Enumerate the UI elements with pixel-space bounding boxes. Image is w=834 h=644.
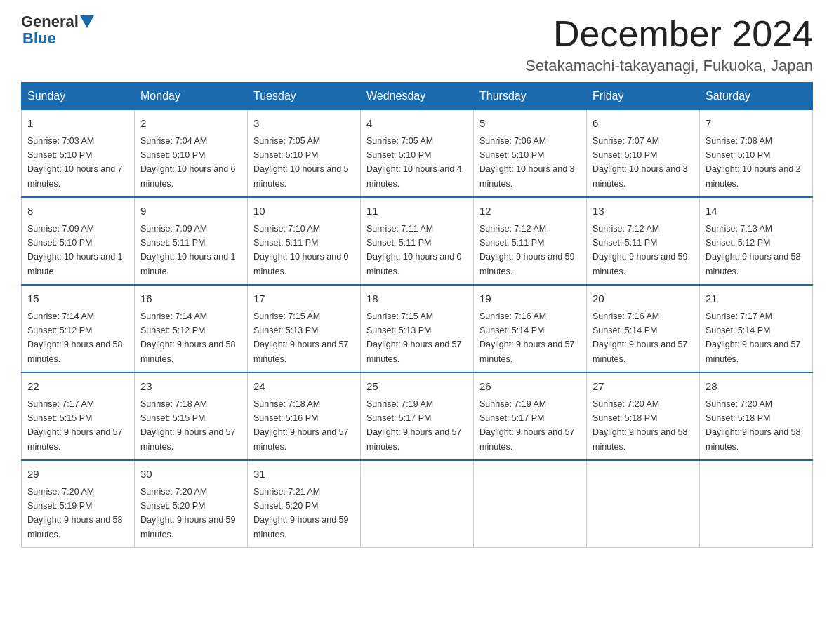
day-number: 3 <box>253 116 355 132</box>
day-number: 12 <box>479 203 581 220</box>
calendar-day-cell: 3 Sunrise: 7:05 AMSunset: 5:10 PMDayligh… <box>248 110 361 198</box>
day-number: 8 <box>27 203 128 220</box>
calendar-day-cell: 19 Sunrise: 7:16 AMSunset: 5:14 PMDaylig… <box>474 285 587 373</box>
day-number: 27 <box>593 379 694 395</box>
calendar-day-cell: 24 Sunrise: 7:18 AMSunset: 5:16 PMDaylig… <box>248 373 361 460</box>
calendar-day-cell: 10 Sunrise: 7:10 AMSunset: 5:11 PMDaylig… <box>248 197 361 285</box>
calendar-day-cell: 25 Sunrise: 7:19 AMSunset: 5:17 PMDaylig… <box>361 373 474 460</box>
calendar-day-cell <box>361 460 474 548</box>
day-info: Sunrise: 7:17 AMSunset: 5:15 PMDaylight:… <box>27 399 123 452</box>
calendar-day-cell: 31 Sunrise: 7:21 AMSunset: 5:20 PMDaylig… <box>248 460 361 548</box>
title-area: December 2024 Setakamachi-takayanagi, Fu… <box>525 14 813 75</box>
day-info: Sunrise: 7:05 AMSunset: 5:10 PMDaylight:… <box>366 136 462 189</box>
day-info: Sunrise: 7:11 AMSunset: 5:11 PMDaylight:… <box>366 224 462 276</box>
day-of-week-header: Wednesday <box>361 83 474 110</box>
day-info: Sunrise: 7:20 AMSunset: 5:18 PMDaylight:… <box>706 399 801 452</box>
day-number: 25 <box>366 379 468 395</box>
day-number: 22 <box>27 379 128 395</box>
day-number: 17 <box>253 291 355 307</box>
calendar-day-cell: 14 Sunrise: 7:13 AMSunset: 5:12 PMDaylig… <box>700 197 813 285</box>
day-info: Sunrise: 7:17 AMSunset: 5:14 PMDaylight:… <box>706 311 801 364</box>
calendar-day-cell: 12 Sunrise: 7:12 AMSunset: 5:11 PMDaylig… <box>474 197 587 285</box>
calendar-day-cell <box>587 460 700 548</box>
day-info: Sunrise: 7:21 AMSunset: 5:20 PMDaylight:… <box>253 487 349 539</box>
day-number: 29 <box>27 467 128 483</box>
day-info: Sunrise: 7:20 AMSunset: 5:20 PMDaylight:… <box>140 487 236 539</box>
calendar-week-row: 1 Sunrise: 7:03 AMSunset: 5:10 PMDayligh… <box>22 110 813 198</box>
day-number: 15 <box>27 291 128 307</box>
calendar-day-cell: 27 Sunrise: 7:20 AMSunset: 5:18 PMDaylig… <box>587 373 700 460</box>
month-title: December 2024 <box>525 14 813 54</box>
day-info: Sunrise: 7:04 AMSunset: 5:10 PMDaylight:… <box>140 136 236 189</box>
day-number: 14 <box>706 203 807 220</box>
day-number: 13 <box>593 203 694 220</box>
day-of-week-header: Monday <box>135 83 248 110</box>
day-number: 5 <box>479 116 581 132</box>
day-info: Sunrise: 7:20 AMSunset: 5:18 PMDaylight:… <box>593 399 688 452</box>
calendar-day-cell: 29 Sunrise: 7:20 AMSunset: 5:19 PMDaylig… <box>22 460 135 548</box>
day-info: Sunrise: 7:12 AMSunset: 5:11 PMDaylight:… <box>593 224 688 276</box>
calendar-day-cell: 1 Sunrise: 7:03 AMSunset: 5:10 PMDayligh… <box>22 110 135 198</box>
day-number: 19 <box>479 291 581 307</box>
day-info: Sunrise: 7:18 AMSunset: 5:16 PMDaylight:… <box>253 399 349 452</box>
day-number: 18 <box>366 291 468 307</box>
calendar-day-cell <box>474 460 587 548</box>
calendar-day-cell: 26 Sunrise: 7:19 AMSunset: 5:17 PMDaylig… <box>474 373 587 460</box>
calendar-day-cell: 23 Sunrise: 7:18 AMSunset: 5:15 PMDaylig… <box>135 373 248 460</box>
logo-blue-text: Blue <box>22 29 56 47</box>
day-of-week-header: Saturday <box>700 83 813 110</box>
day-info: Sunrise: 7:05 AMSunset: 5:10 PMDaylight:… <box>253 136 349 189</box>
logo-general-text: General <box>21 14 79 29</box>
calendar-day-cell: 28 Sunrise: 7:20 AMSunset: 5:18 PMDaylig… <box>700 373 813 460</box>
page-header: General Blue December 2024 Setakamachi-t… <box>21 14 813 75</box>
calendar-day-cell: 30 Sunrise: 7:20 AMSunset: 5:20 PMDaylig… <box>135 460 248 548</box>
calendar-day-cell: 20 Sunrise: 7:16 AMSunset: 5:14 PMDaylig… <box>587 285 700 373</box>
days-header-row: SundayMondayTuesdayWednesdayThursdayFrid… <box>22 83 813 110</box>
day-number: 21 <box>706 291 807 307</box>
day-number: 30 <box>140 467 241 483</box>
day-number: 31 <box>253 467 355 483</box>
day-info: Sunrise: 7:16 AMSunset: 5:14 PMDaylight:… <box>479 311 575 364</box>
day-number: 7 <box>706 116 807 132</box>
calendar-day-cell: 6 Sunrise: 7:07 AMSunset: 5:10 PMDayligh… <box>587 110 700 198</box>
logo-triangle-icon <box>80 15 94 28</box>
day-info: Sunrise: 7:20 AMSunset: 5:19 PMDaylight:… <box>27 487 123 539</box>
day-info: Sunrise: 7:12 AMSunset: 5:11 PMDaylight:… <box>479 224 575 276</box>
calendar-day-cell: 21 Sunrise: 7:17 AMSunset: 5:14 PMDaylig… <box>700 285 813 373</box>
calendar-week-row: 29 Sunrise: 7:20 AMSunset: 5:19 PMDaylig… <box>22 460 813 548</box>
day-info: Sunrise: 7:14 AMSunset: 5:12 PMDaylight:… <box>27 311 123 364</box>
calendar-day-cell: 18 Sunrise: 7:15 AMSunset: 5:13 PMDaylig… <box>361 285 474 373</box>
calendar-day-cell <box>700 460 813 548</box>
day-number: 9 <box>140 203 241 220</box>
day-number: 6 <box>593 116 694 132</box>
location-subtitle: Setakamachi-takayanagi, Fukuoka, Japan <box>525 57 813 75</box>
day-info: Sunrise: 7:10 AMSunset: 5:11 PMDaylight:… <box>253 224 349 276</box>
day-of-week-header: Friday <box>587 83 700 110</box>
calendar-day-cell: 9 Sunrise: 7:09 AMSunset: 5:11 PMDayligh… <box>135 197 248 285</box>
day-info: Sunrise: 7:16 AMSunset: 5:14 PMDaylight:… <box>593 311 688 364</box>
calendar-week-row: 15 Sunrise: 7:14 AMSunset: 5:12 PMDaylig… <box>22 285 813 373</box>
day-info: Sunrise: 7:08 AMSunset: 5:10 PMDaylight:… <box>706 136 801 189</box>
day-info: Sunrise: 7:18 AMSunset: 5:15 PMDaylight:… <box>140 399 236 452</box>
day-info: Sunrise: 7:06 AMSunset: 5:10 PMDaylight:… <box>479 136 575 189</box>
day-info: Sunrise: 7:19 AMSunset: 5:17 PMDaylight:… <box>366 399 462 452</box>
day-number: 24 <box>253 379 355 395</box>
day-number: 26 <box>479 379 581 395</box>
calendar-day-cell: 4 Sunrise: 7:05 AMSunset: 5:10 PMDayligh… <box>361 110 474 198</box>
day-of-week-header: Sunday <box>22 83 135 110</box>
day-number: 2 <box>140 116 241 132</box>
day-number: 10 <box>253 203 355 220</box>
calendar-table: SundayMondayTuesdayWednesdayThursdayFrid… <box>21 82 813 548</box>
calendar-day-cell: 17 Sunrise: 7:15 AMSunset: 5:13 PMDaylig… <box>248 285 361 373</box>
calendar-day-cell: 16 Sunrise: 7:14 AMSunset: 5:12 PMDaylig… <box>135 285 248 373</box>
day-of-week-header: Tuesday <box>248 83 361 110</box>
calendar-day-cell: 22 Sunrise: 7:17 AMSunset: 5:15 PMDaylig… <box>22 373 135 460</box>
calendar-day-cell: 11 Sunrise: 7:11 AMSunset: 5:11 PMDaylig… <box>361 197 474 285</box>
day-info: Sunrise: 7:15 AMSunset: 5:13 PMDaylight:… <box>253 311 349 364</box>
calendar-week-row: 8 Sunrise: 7:09 AMSunset: 5:10 PMDayligh… <box>22 197 813 285</box>
day-number: 20 <box>593 291 694 307</box>
day-info: Sunrise: 7:14 AMSunset: 5:12 PMDaylight:… <box>140 311 236 364</box>
calendar-day-cell: 13 Sunrise: 7:12 AMSunset: 5:11 PMDaylig… <box>587 197 700 285</box>
day-number: 11 <box>366 203 468 220</box>
calendar-day-cell: 8 Sunrise: 7:09 AMSunset: 5:10 PMDayligh… <box>22 197 135 285</box>
